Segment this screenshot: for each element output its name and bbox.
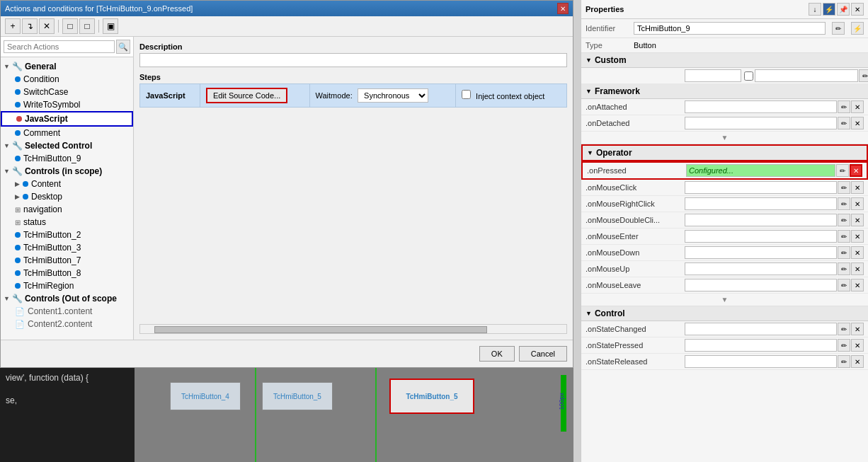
- onpressed-clear-btn[interactable]: ✕: [850, 164, 862, 177]
- tree-item-tchmibutton2[interactable]: TcHmiButton_2: [1, 229, 133, 241]
- onmouseleave-input[interactable]: [685, 279, 837, 291]
- add-action-button[interactable]: +: [5, 18, 21, 34]
- onmouseclick-input[interactable]: [685, 181, 837, 194]
- tree-item-desktop[interactable]: ▶ Desktop: [1, 190, 133, 203]
- onstatereleased-input[interactable]: [685, 355, 837, 368]
- onmouseenter-clear-btn[interactable]: ✕: [851, 230, 864, 243]
- onmousedown-input[interactable]: [685, 246, 837, 259]
- onmousedoublecli-input[interactable]: [685, 214, 837, 226]
- tree-group-controls-out[interactable]: ▼ 🔧 Controls (Out of scope: [1, 292, 133, 305]
- onstatechanged-edit-btn[interactable]: ✏: [838, 323, 850, 335]
- onmousedown-edit-btn[interactable]: ✏: [838, 246, 850, 259]
- tree-group-selected-control[interactable]: ▼ 🔧 Selected Control: [1, 139, 133, 152]
- tree-item-switchcase[interactable]: SwitchCase: [1, 86, 133, 98]
- identifier-link-btn[interactable]: ⚡: [851, 22, 864, 35]
- onstatereleased-clear-btn[interactable]: ✕: [851, 355, 864, 368]
- tree-item-navigation[interactable]: ⊞ navigation: [1, 203, 133, 216]
- tree-item-content2[interactable]: 📄 Content2.content: [1, 318, 133, 330]
- onattached-edit-btn[interactable]: ✏: [838, 100, 850, 113]
- tree-item-content[interactable]: ▶ Content: [1, 178, 133, 190]
- operator-chevron[interactable]: ▼: [581, 294, 868, 306]
- onmouseleave-edit-btn[interactable]: ✏: [838, 279, 850, 291]
- add-child-button[interactable]: ↴: [22, 18, 38, 34]
- custom-row-1-value: ✏ ✕: [685, 69, 868, 82]
- tree-item-comment[interactable]: Comment: [1, 127, 133, 139]
- onmouseenter-edit-btn[interactable]: ✏: [838, 230, 850, 243]
- tree-item-condition-label: Condition: [23, 74, 59, 84]
- edit-source-button[interactable]: Edit Source Code...: [206, 88, 287, 103]
- onmouseenter-input[interactable]: [685, 230, 837, 243]
- props-icon-btn-pin[interactable]: 📌: [837, 3, 850, 16]
- tree-item-tchmibutton8[interactable]: TcHmiButton_8: [1, 267, 133, 279]
- onmouseclick-clear-btn[interactable]: ✕: [851, 181, 864, 194]
- description-input[interactable]: [139, 53, 567, 67]
- tree-item-tchmiregion[interactable]: TcHmiRegion: [1, 279, 133, 292]
- onstatereleased-edit-btn[interactable]: ✏: [838, 355, 850, 368]
- onmouseup-edit-btn[interactable]: ✏: [838, 262, 850, 275]
- props-icon-btn-close[interactable]: ✕: [851, 3, 864, 16]
- onstatechanged-clear-btn[interactable]: ✕: [851, 323, 864, 335]
- onattached-clear-btn[interactable]: ✕: [851, 100, 864, 113]
- tree-item-tchmibutton7[interactable]: TcHmiButton_7: [1, 254, 133, 267]
- tree-item-writetosymbol-label: WriteToSymbol: [23, 100, 80, 110]
- move-up-button[interactable]: □: [62, 18, 78, 34]
- search-input[interactable]: [4, 40, 115, 53]
- tree-item-writetosymbol[interactable]: WriteToSymbol: [1, 98, 133, 111]
- onstatepressed-input[interactable]: [685, 339, 837, 352]
- onpressed-input[interactable]: [686, 164, 835, 177]
- tree-group-controls-scope[interactable]: ▼ 🔧 Controls (in scope): [1, 165, 133, 178]
- ondetached-input[interactable]: [685, 117, 837, 129]
- tree-item-tchmibutton9[interactable]: TcHmiButton_9: [1, 152, 133, 165]
- onmouserightclick-clear-btn[interactable]: ✕: [851, 197, 864, 210]
- custom-checkbox-1[interactable]: [744, 71, 753, 81]
- operator-section-header[interactable]: ▼ Operator: [581, 144, 868, 161]
- custom-section-header[interactable]: ▼ Custom: [581, 53, 868, 68]
- identifier-edit-btn[interactable]: ✏: [832, 22, 845, 35]
- onstatepressed-edit-btn[interactable]: ✏: [838, 339, 850, 352]
- dialog-close-button[interactable]: ✕: [557, 3, 569, 14]
- tree-item-tchmibutton7-label: TcHmiButton_7: [23, 255, 81, 265]
- onmouserightclick-edit-btn[interactable]: ✏: [838, 197, 850, 210]
- inject-checkbox[interactable]: [462, 90, 471, 99]
- framework-chevron[interactable]: ▼: [581, 132, 868, 144]
- copy-button[interactable]: ▣: [103, 18, 118, 34]
- onmouseclick-edit-btn[interactable]: ✏: [838, 181, 850, 194]
- tree-icon-out: 🔧: [12, 294, 23, 304]
- custom-input-2[interactable]: [755, 69, 858, 82]
- onmouseup-clear-btn[interactable]: ✕: [851, 262, 864, 275]
- tree-item-content1[interactable]: 📄 Content1.content: [1, 305, 133, 318]
- tree-item-tchmibutton3[interactable]: TcHmiButton_3: [1, 241, 133, 254]
- onmouseup-input[interactable]: [685, 262, 837, 275]
- onmousedoublecli-edit-btn[interactable]: ✏: [838, 214, 850, 226]
- tree-item-status[interactable]: ⊞ status: [1, 216, 133, 229]
- delete-action-button[interactable]: ✕: [39, 18, 55, 34]
- onattached-input[interactable]: [685, 100, 837, 113]
- tree-item-condition[interactable]: Condition: [1, 73, 133, 86]
- ok-button[interactable]: OK: [479, 346, 515, 362]
- ondetached-clear-btn[interactable]: ✕: [851, 117, 864, 129]
- operator-section-label: Operator: [596, 148, 632, 158]
- control-section-header[interactable]: ▼ Control: [581, 306, 868, 321]
- search-button[interactable]: 🔍: [116, 40, 130, 54]
- custom-row-1: ✏ ✕: [581, 68, 868, 84]
- steps-scrollbar[interactable]: [139, 324, 567, 334]
- waitmode-select[interactable]: Synchronous Asynchronous: [358, 88, 428, 103]
- onstatechanged-input[interactable]: [685, 323, 837, 335]
- tree-item-javascript[interactable]: JavaScript: [1, 111, 133, 127]
- tree-group-general[interactable]: ▼ 🔧 General: [1, 60, 133, 73]
- custom-input-1[interactable]: [685, 69, 741, 82]
- onpressed-edit-btn[interactable]: ✏: [836, 164, 849, 177]
- onmouseleave-clear-btn[interactable]: ✕: [851, 279, 864, 291]
- custom-edit-btn[interactable]: ✏: [859, 69, 868, 82]
- props-icon-btn-lightning[interactable]: ⚡: [823, 3, 835, 16]
- onmousedoublecli-clear-btn[interactable]: ✕: [851, 214, 864, 226]
- cancel-button[interactable]: Cancel: [519, 346, 567, 362]
- onmousedown-clear-btn[interactable]: ✕: [851, 246, 864, 259]
- ondetached-edit-btn[interactable]: ✏: [838, 117, 850, 129]
- identifier-input[interactable]: [634, 22, 826, 35]
- props-icon-btn-1[interactable]: ↓: [809, 3, 821, 16]
- move-down-button[interactable]: □: [79, 18, 95, 34]
- onmouserightclick-input[interactable]: [685, 197, 837, 210]
- onstatepressed-clear-btn[interactable]: ✕: [851, 339, 864, 352]
- framework-section-header[interactable]: ▼ Framework: [581, 84, 868, 99]
